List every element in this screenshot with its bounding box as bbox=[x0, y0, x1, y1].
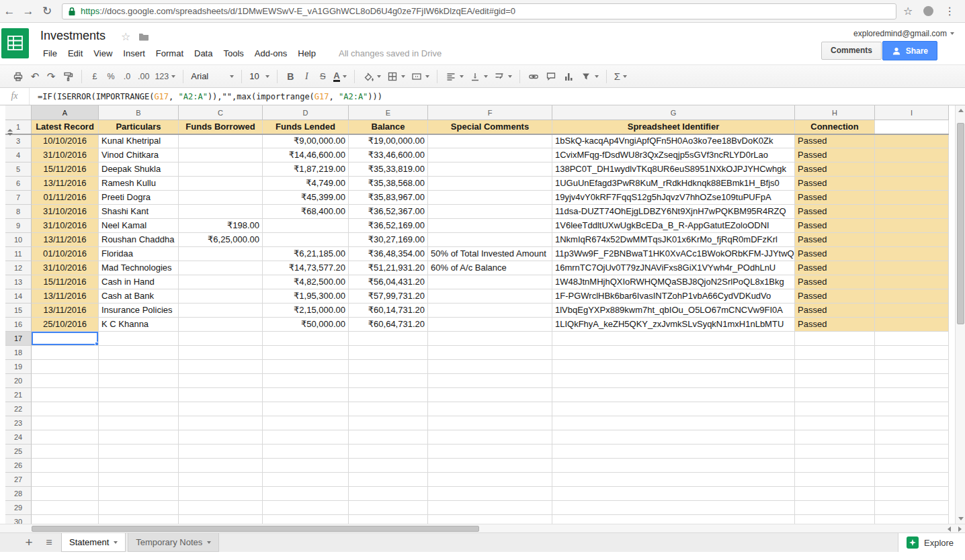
cell-E15[interactable]: ₹60,14,731.20 bbox=[349, 304, 428, 318]
cell-B17[interactable] bbox=[99, 332, 179, 346]
cell-B27[interactable] bbox=[99, 473, 179, 487]
cell-E16[interactable]: ₹60,64,731.20 bbox=[349, 318, 428, 332]
cell-E30[interactable] bbox=[349, 515, 428, 524]
row-header-18[interactable]: 18 bbox=[5, 346, 32, 360]
cell-H26[interactable] bbox=[795, 459, 875, 473]
cell-F23[interactable] bbox=[428, 416, 552, 430]
cell-I11[interactable] bbox=[875, 247, 949, 261]
cell-H12[interactable]: Passed bbox=[795, 261, 875, 275]
cell-E21[interactable] bbox=[349, 388, 428, 402]
cell-C15[interactable] bbox=[179, 304, 263, 318]
row-header-30[interactable]: 30 bbox=[5, 515, 32, 524]
cell-D30[interactable] bbox=[263, 515, 349, 524]
cell-A7[interactable]: 01/11/2016 bbox=[32, 191, 99, 205]
cell-F17[interactable] bbox=[428, 332, 552, 346]
cell-A28[interactable] bbox=[32, 487, 99, 501]
row-header-26[interactable]: 26 bbox=[5, 459, 32, 473]
sheets-logo[interactable] bbox=[1, 28, 29, 61]
tab-statement[interactable]: Statement bbox=[61, 533, 126, 552]
insert-link-button[interactable] bbox=[525, 68, 542, 85]
cell-H13[interactable]: Passed bbox=[795, 275, 875, 289]
redo-button[interactable]: ↷ bbox=[43, 68, 59, 85]
cell-C26[interactable] bbox=[179, 459, 263, 473]
cell-D1[interactable]: Funds Lended bbox=[263, 120, 349, 134]
cell-C6[interactable] bbox=[179, 177, 263, 191]
cell-G1[interactable]: Spreadsheet Identifier bbox=[552, 120, 795, 134]
cell-B9[interactable]: Neel Kamal bbox=[99, 219, 179, 233]
cell-A15[interactable]: 13/11/2016 bbox=[32, 304, 99, 318]
vertical-align-button[interactable] bbox=[466, 68, 491, 85]
column-header-B[interactable]: B bbox=[99, 105, 179, 120]
column-header-D[interactable]: D bbox=[263, 105, 349, 120]
cell-G8[interactable]: 11dsa-DUZT74OhEjgLDBZY6Nt9XjnH7wPQKBM95R… bbox=[552, 205, 795, 219]
cell-B30[interactable] bbox=[99, 515, 179, 524]
tab-temporary-notes[interactable]: Temporary Notes bbox=[128, 533, 219, 552]
cell-D25[interactable] bbox=[263, 445, 349, 459]
account-email[interactable]: exploredmind@gmail.com bbox=[853, 29, 954, 38]
cell-H25[interactable] bbox=[795, 445, 875, 459]
add-sheet-button[interactable]: + bbox=[19, 535, 39, 550]
cell-C24[interactable] bbox=[179, 430, 263, 445]
cell-B1[interactable]: Particulars bbox=[99, 120, 179, 134]
cell-A5[interactable]: 15/11/2016 bbox=[32, 162, 99, 177]
cell-A21[interactable] bbox=[32, 388, 99, 402]
cell-B28[interactable] bbox=[99, 487, 179, 501]
cell-D26[interactable] bbox=[263, 459, 349, 473]
row-header-3[interactable]: 3 bbox=[5, 134, 32, 148]
cell-B7[interactable]: Preeti Dogra bbox=[99, 191, 179, 205]
cell-G25[interactable] bbox=[552, 445, 795, 459]
cell-F24[interactable] bbox=[428, 430, 552, 445]
cell-C17[interactable] bbox=[179, 332, 263, 346]
cell-A14[interactable]: 13/11/2016 bbox=[32, 289, 99, 304]
all-sheets-button[interactable]: ≡ bbox=[39, 536, 59, 549]
cell-H11[interactable]: Passed bbox=[795, 247, 875, 261]
cell-B12[interactable]: Mad Technologies bbox=[99, 261, 179, 275]
browser-back-button[interactable]: ← bbox=[0, 1, 19, 22]
cell-F21[interactable] bbox=[428, 388, 552, 402]
cell-A4[interactable]: 31/10/2016 bbox=[32, 148, 99, 162]
cell-B21[interactable] bbox=[99, 388, 179, 402]
cell-I14[interactable] bbox=[875, 289, 949, 304]
row-header-13[interactable]: 13 bbox=[5, 275, 32, 289]
move-to-folder-icon[interactable] bbox=[138, 32, 149, 44]
cell-D10[interactable] bbox=[263, 233, 349, 247]
cell-C19[interactable] bbox=[179, 360, 263, 374]
cell-C27[interactable] bbox=[179, 473, 263, 487]
row-header-27[interactable]: 27 bbox=[5, 473, 32, 487]
cell-C30[interactable] bbox=[179, 515, 263, 524]
cell-C29[interactable] bbox=[179, 501, 263, 515]
cell-H28[interactable] bbox=[795, 487, 875, 501]
cell-B19[interactable] bbox=[99, 360, 179, 374]
cell-I19[interactable] bbox=[875, 360, 949, 374]
extension-icon[interactable] bbox=[923, 6, 933, 16]
cell-E11[interactable]: ₹36,48,354.00 bbox=[349, 247, 428, 261]
cell-F30[interactable] bbox=[428, 515, 552, 524]
cell-C16[interactable] bbox=[179, 318, 263, 332]
cell-D15[interactable]: ₹2,15,000.00 bbox=[263, 304, 349, 318]
cell-E12[interactable]: ₹51,21,931.20 bbox=[349, 261, 428, 275]
cell-D4[interactable]: ₹14,46,600.00 bbox=[263, 148, 349, 162]
browser-menu-icon[interactable]: ⋮ bbox=[944, 5, 955, 17]
cell-F19[interactable] bbox=[428, 360, 552, 374]
cell-D11[interactable]: ₹6,21,185.00 bbox=[263, 247, 349, 261]
cell-G15[interactable]: 1lVbqEgYXPx889kwm7ht_qbIOu_O5LO67mCNCVw9… bbox=[552, 304, 795, 318]
cell-B14[interactable]: Cash at Bank bbox=[99, 289, 179, 304]
menu-help[interactable]: Help bbox=[292, 47, 321, 60]
cell-D24[interactable] bbox=[263, 430, 349, 445]
cell-H14[interactable]: Passed bbox=[795, 289, 875, 304]
cell-I1[interactable] bbox=[875, 120, 949, 134]
cell-A19[interactable] bbox=[32, 360, 99, 374]
cell-G22[interactable] bbox=[552, 402, 795, 416]
cell-H3[interactable]: Passed bbox=[795, 134, 875, 148]
row-header-22[interactable]: 22 bbox=[5, 402, 32, 416]
cell-D3[interactable]: ₹9,00,000.00 bbox=[263, 134, 349, 148]
cell-E29[interactable] bbox=[349, 501, 428, 515]
cell-D22[interactable] bbox=[263, 402, 349, 416]
browser-forward-button[interactable]: → bbox=[19, 1, 38, 22]
cell-H30[interactable] bbox=[795, 515, 875, 524]
comments-button[interactable]: Comments bbox=[821, 42, 882, 60]
cell-A11[interactable]: 01/10/2016 bbox=[32, 247, 99, 261]
cell-E6[interactable]: ₹35,38,568.00 bbox=[349, 177, 428, 191]
cell-B16[interactable]: K C Khanna bbox=[99, 318, 179, 332]
cell-A20[interactable] bbox=[32, 374, 99, 388]
